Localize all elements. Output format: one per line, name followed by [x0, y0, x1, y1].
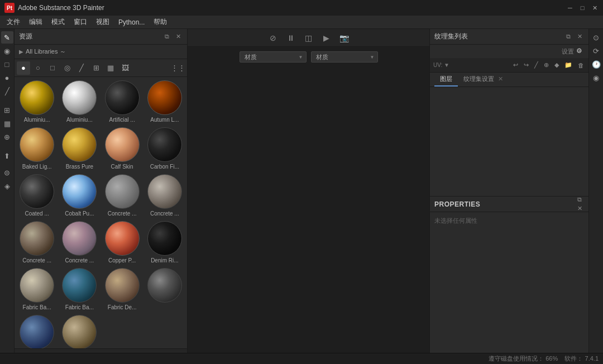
properties-header: PROPERTIES ⧉ ✕	[430, 197, 588, 212]
material-item-1[interactable]: Aluminiu...	[59, 79, 99, 124]
material-item-15[interactable]: Denim Ri...	[145, 220, 185, 265]
menubar-item-模式[interactable]: 模式	[47, 16, 69, 28]
material-item-13[interactable]: Concrete ...	[59, 220, 99, 265]
viewport-disable-btn[interactable]: ⊘	[266, 31, 280, 45]
material-item-6[interactable]: Calf Skin	[102, 126, 142, 171]
tool-material[interactable]: ◈	[1, 180, 13, 192]
texture-list-controls: ⧉ ✕	[564, 32, 584, 41]
material-item-12[interactable]: Concrete ...	[17, 220, 57, 265]
tool-bake[interactable]: ⊜	[1, 166, 13, 179]
channel-dropdown[interactable]: 材质	[240, 51, 307, 63]
viewport-play-btn[interactable]: ▶	[319, 31, 334, 45]
texture-list-close[interactable]: ✕	[575, 32, 584, 41]
tool-export[interactable]: ⬆	[1, 150, 13, 162]
assets-close-button[interactable]: ✕	[174, 32, 183, 41]
tl-effect[interactable]: ◆	[552, 60, 561, 71]
tool-eraser[interactable]: ◉	[1, 45, 13, 57]
assets-breadcrumb: ▶ All Libraries ～	[15, 45, 187, 59]
material-item-18[interactable]: Fabric De...	[102, 267, 142, 312]
material-item-20[interactable]	[17, 314, 57, 348]
viewport-camera-btn[interactable]: 📷	[337, 31, 352, 45]
properties-content: 未选择任何属性	[430, 212, 588, 364]
material-item-5[interactable]: Brass Pure	[59, 126, 99, 171]
material-item-17[interactable]: Fabric Ba...	[59, 267, 99, 312]
tab-texture-settings-close[interactable]: ✕	[498, 75, 503, 82]
right-icon-visibility[interactable]: ⊙	[590, 31, 602, 44]
material-item-8[interactable]: Coated ...	[17, 173, 57, 218]
tl-undo[interactable]: ↩	[511, 60, 520, 71]
assets-ring-btn[interactable]: ◎	[60, 61, 74, 75]
tool-pattern[interactable]: ▦	[1, 117, 13, 130]
texture-list-content	[430, 87, 588, 196]
assets-sphere-btn[interactable]: ●	[17, 61, 30, 75]
assets-image-btn[interactable]: 🖼	[118, 61, 132, 75]
assets-square-btn[interactable]: □	[46, 61, 59, 75]
viewport-split-btn[interactable]: ◫	[302, 31, 316, 45]
material-thumb-8	[20, 174, 54, 209]
menubar-item-编辑[interactable]: 编辑	[25, 16, 47, 28]
material-item-21[interactable]	[59, 314, 99, 348]
right-icon-refresh[interactable]: ⟳	[590, 45, 602, 57]
material-name-3: Autumn L...	[146, 117, 184, 123]
material-thumb-16	[20, 268, 54, 303]
tl-edit[interactable]: ╱	[532, 60, 540, 71]
tool-grid[interactable]: ⊞	[1, 104, 13, 116]
texture-list-dock[interactable]: ⧉	[564, 32, 573, 41]
material-item-19[interactable]	[145, 267, 185, 312]
assets-grid-btn[interactable]: ⊞	[89, 61, 103, 75]
texture-list-header: 纹理集列表 ⧉ ✕	[430, 29, 588, 45]
shader-dropdown[interactable]: 材质	[311, 51, 378, 63]
menubar-item-帮助[interactable]: 帮助	[149, 16, 171, 28]
settings-icon[interactable]: ⚙	[576, 47, 585, 56]
tool-clone[interactable]: ●	[1, 71, 13, 84]
menubar-item-视图[interactable]: 视图	[92, 16, 114, 28]
material-thumb-4	[20, 127, 54, 162]
assets-circle-btn[interactable]: ○	[31, 61, 45, 75]
tool-paint[interactable]: ✎	[1, 31, 13, 44]
material-item-10[interactable]: Concrete ...	[102, 173, 142, 218]
maximize-button[interactable]: □	[578, 4, 586, 12]
tl-redo[interactable]: ↪	[521, 60, 531, 71]
properties-controls: ⧉ ✕	[575, 195, 584, 213]
tl-delete[interactable]: 🗑	[576, 60, 586, 71]
material-item-11[interactable]: Concrete ...	[145, 173, 185, 218]
menubar-item-Python...[interactable]: Python...	[114, 17, 149, 27]
viewport-pause-btn[interactable]: ⏸	[284, 31, 298, 45]
menubar-item-文件[interactable]: 文件	[2, 16, 25, 28]
properties-dock[interactable]: ⧉	[575, 195, 584, 204]
assets-view-toggle[interactable]: ⋮⋮	[171, 61, 185, 75]
tab-texture-settings[interactable]: 纹理集设置 ✕	[458, 73, 509, 87]
material-name-4: Baked Lig...	[18, 164, 56, 170]
material-item-3[interactable]: Autumn L...	[145, 79, 185, 124]
breadcrumb-text[interactable]: All Libraries ～	[26, 47, 66, 56]
viewport-toolbar: ⊘ ⏸ ◫ ▶ 📷	[188, 29, 429, 47]
material-item-16[interactable]: Fabric Ba...	[17, 267, 57, 312]
tool-fill[interactable]: □	[1, 58, 13, 70]
main-layout: ✎ ◉ □ ● ╱ ⊞ ▦ ⊕ ⬆ ⊜ ◈ 👁 资源 ⧉ ✕ ▶ All Lib…	[0, 29, 603, 364]
material-item-14[interactable]: Copper P...	[102, 220, 142, 265]
tl-add-layer[interactable]: ⊕	[542, 60, 551, 71]
assets-brush-btn[interactable]: ╱	[75, 61, 88, 75]
material-name-18: Fabric De...	[103, 304, 141, 310]
material-item-9[interactable]: Cobalt Pu...	[59, 173, 99, 218]
assets-pattern-btn[interactable]: ▦	[104, 61, 117, 75]
material-item-0[interactable]: Aluminiu...	[17, 79, 57, 124]
material-item-7[interactable]: Carbon Fi...	[145, 126, 185, 171]
material-item-4[interactable]: Baked Lig...	[17, 126, 57, 171]
material-item-2[interactable]: Artificial ...	[102, 79, 142, 124]
close-button[interactable]: ✕	[591, 4, 599, 12]
tl-folder[interactable]: 📁	[562, 60, 575, 71]
tool-texture[interactable]: ⊕	[1, 131, 13, 143]
material-name-6: Calf Skin	[103, 164, 141, 170]
right-icon-history[interactable]: 🕐	[590, 58, 602, 70]
material-name-15: Denim Ri...	[146, 257, 184, 264]
settings-label: 设置	[562, 47, 574, 56]
material-thumb-20	[20, 315, 54, 348]
menubar-item-窗口[interactable]: 窗口	[69, 16, 92, 28]
minimize-button[interactable]: ─	[566, 4, 574, 12]
assets-dock-button[interactable]: ⧉	[162, 32, 171, 41]
tab-layers[interactable]: 图层	[434, 73, 458, 87]
tool-brush[interactable]: ╱	[1, 85, 13, 97]
channel-dropdown-wrap: 材质	[240, 51, 307, 63]
right-icon-settings[interactable]: ◉	[590, 71, 602, 84]
